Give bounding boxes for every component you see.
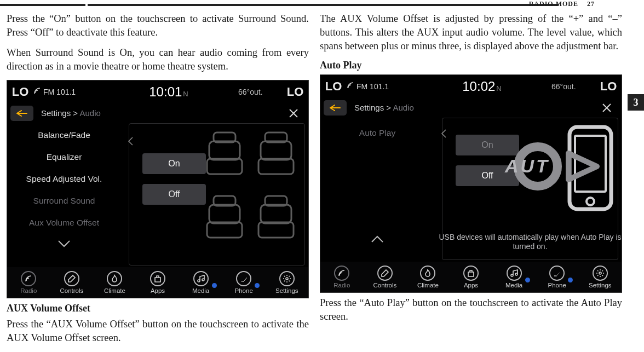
rule-left xyxy=(0,4,85,6)
radio-icon xyxy=(21,271,36,286)
page-number: 27 xyxy=(587,0,595,8)
work-area: Auto Play On Off xyxy=(320,118,622,260)
bluetooth-dot-icon xyxy=(568,278,573,282)
clock-sub: N xyxy=(183,90,188,98)
clock-time: 10:02 xyxy=(462,79,495,94)
temp-driver-lo[interactable]: LO xyxy=(320,79,347,94)
sidebar-item-balance-fade[interactable]: Balance/Fade xyxy=(7,124,121,146)
svg-rect-1 xyxy=(209,141,240,160)
bottom-phone[interactable]: Phone xyxy=(536,262,579,292)
bottom-apps[interactable]: Apps xyxy=(136,267,180,298)
signal-icon xyxy=(347,82,354,89)
sidebar-item-aux-offset[interactable]: Aux Volume Offset xyxy=(7,212,121,234)
bottom-label: Apps xyxy=(151,287,165,294)
clock: 10:01N xyxy=(99,84,238,100)
option-panel: On Off AUT USB devices will automaticall… xyxy=(442,118,618,260)
cabin-speakers-illustration xyxy=(200,127,300,242)
sidebar-item-auto-play[interactable]: Auto Play xyxy=(320,122,434,144)
back-button[interactable] xyxy=(10,106,33,121)
on-button[interactable]: On xyxy=(142,153,206,174)
sidebar-item-speed-adjusted[interactable]: Speed Adjusted Vol. xyxy=(7,168,121,190)
settings-list: Balance/Fade Equalizer Speed Adjusted Vo… xyxy=(7,124,121,251)
sidebar-item-equalizer[interactable]: Equalizer xyxy=(7,146,121,168)
bottom-apps[interactable]: Apps xyxy=(450,262,493,292)
bottom-label: Media xyxy=(505,282,522,288)
media-icon xyxy=(193,271,209,286)
bottom-label: Media xyxy=(192,287,209,294)
bottom-label: Apps xyxy=(464,282,478,288)
bluetooth-dot-icon xyxy=(525,278,530,282)
apps-icon xyxy=(463,266,479,281)
bottom-media[interactable]: Media xyxy=(492,262,536,292)
bottom-label: Controls xyxy=(373,282,396,288)
bottom-label: Settings xyxy=(589,282,612,288)
bluetooth-dot-icon xyxy=(212,283,217,288)
breadcrumb-root[interactable]: Settings > xyxy=(41,108,78,118)
off-button[interactable]: Off xyxy=(142,184,206,205)
tuner-display[interactable]: FM 101.1 xyxy=(33,87,99,96)
tuner-display[interactable]: FM 101.1 xyxy=(347,82,412,91)
bottom-media[interactable]: Media xyxy=(179,267,222,298)
bottom-climate[interactable]: Climate xyxy=(406,262,450,292)
bottom-label: Climate xyxy=(104,287,125,294)
phone-icon xyxy=(236,271,251,286)
para-autoplay-caption: Press the “Auto Play” button on the touc… xyxy=(320,296,622,324)
breadcrumb: Settings > Audio xyxy=(7,103,308,123)
settings-icon xyxy=(593,266,608,281)
top-strip: RADIO MODE 27 xyxy=(0,0,644,8)
svg-rect-9 xyxy=(258,222,294,238)
close-button[interactable] xyxy=(282,102,305,125)
bottom-climate[interactable]: Climate xyxy=(93,267,136,298)
controls-icon xyxy=(377,266,393,281)
bottom-bar: Radio Controls Climate Apps Media Ph xyxy=(7,267,308,298)
bottom-controls[interactable]: Controls xyxy=(50,267,94,298)
temp-pass-lo[interactable]: LO xyxy=(595,79,622,94)
section-title: RADIO MODE xyxy=(529,0,578,8)
bottom-settings[interactable]: Settings xyxy=(578,262,622,292)
climate-icon xyxy=(107,271,122,286)
bottom-label: Radio xyxy=(334,282,350,288)
temp-driver-lo[interactable]: LO xyxy=(7,85,33,99)
bottom-label: Phone xyxy=(235,287,253,294)
option-panel: On Off xyxy=(129,123,305,266)
subhead-aux-offset: AUX Volume Offset xyxy=(7,303,309,314)
tuner-freq: FM 101.1 xyxy=(357,82,389,91)
phone-icon xyxy=(549,266,565,281)
bottom-phone[interactable]: Phone xyxy=(222,267,266,298)
screenshot-auto-play: LO FM 101.1 10:02N 66°out. LO Settings >… xyxy=(320,74,622,293)
list-scroll-up[interactable] xyxy=(320,232,434,247)
controls-icon xyxy=(64,271,79,286)
option-buttons: On Off xyxy=(142,153,206,215)
chapter-tab: 3 xyxy=(628,94,644,111)
bottom-radio[interactable]: Radio xyxy=(7,267,50,298)
sidebar-item-surround-sound[interactable]: Surround Sound xyxy=(7,190,121,212)
close-button[interactable] xyxy=(595,96,618,119)
back-button[interactable] xyxy=(324,100,347,116)
bottom-label: Settings xyxy=(275,287,298,294)
work-area: Balance/Fade Equalizer Speed Adjusted Vo… xyxy=(7,123,308,266)
temp-pass-lo[interactable]: LO xyxy=(282,85,308,99)
svg-rect-3 xyxy=(258,159,294,174)
breadcrumb-leaf: Audio xyxy=(393,103,413,112)
bottom-radio[interactable]: Radio xyxy=(320,262,364,292)
climate-icon xyxy=(420,266,435,281)
panel-chevron-icon xyxy=(441,129,446,140)
svg-point-15 xyxy=(586,198,594,205)
rule-right xyxy=(88,4,559,6)
bottom-controls[interactable]: Controls xyxy=(364,262,407,292)
para-aux-offset: Press the “AUX Volume Offset” button on … xyxy=(7,318,309,345)
bottom-label: Phone xyxy=(548,282,566,288)
page-header: RADIO MODE 27 xyxy=(529,0,595,8)
bottom-settings[interactable]: Settings xyxy=(265,267,308,298)
autoplay-illustration: AUT xyxy=(505,124,614,217)
subhead-auto-play: Auto Play xyxy=(320,60,622,71)
list-scroll-down[interactable] xyxy=(7,236,121,251)
breadcrumb-root[interactable]: Settings > xyxy=(354,103,391,112)
bottom-label: Controls xyxy=(60,287,83,294)
autoplay-description: USB devices will automatically play when… xyxy=(437,233,623,252)
bluetooth-dot-icon xyxy=(255,283,260,288)
bottom-bar: Radio Controls Climate Apps Media Ph xyxy=(320,262,622,292)
right-column: The AUX Volume Offset is adjusted by pre… xyxy=(320,12,622,330)
svg-rect-10 xyxy=(261,205,291,223)
media-icon xyxy=(507,266,522,281)
